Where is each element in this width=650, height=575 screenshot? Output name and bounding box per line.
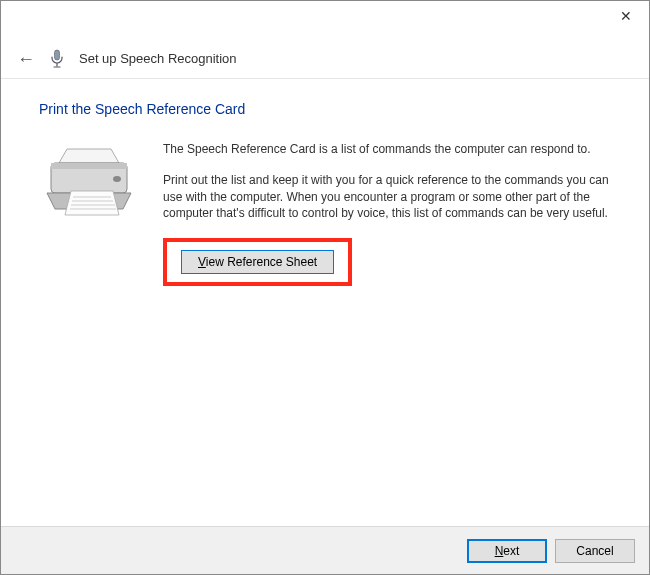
view-reference-sheet-button[interactable]: View Reference Sheet [181, 250, 334, 274]
svg-rect-0 [55, 50, 60, 60]
wizard-header: ← Set up Speech Recognition [1, 39, 649, 79]
close-button[interactable]: ✕ [603, 1, 649, 31]
cancel-button[interactable]: Cancel [555, 539, 635, 563]
highlight-annotation: View Reference Sheet [163, 238, 352, 286]
content-row: The Speech Reference Card is a list of c… [39, 141, 611, 286]
back-button[interactable]: ← [17, 50, 35, 68]
microphone-icon [49, 49, 65, 69]
page-title: Print the Speech Reference Card [39, 101, 611, 117]
paragraph-2: Print out the list and keep it with you … [163, 172, 611, 222]
button-label-rest: iew Reference Sheet [206, 255, 317, 269]
titlebar: ✕ [1, 1, 649, 39]
next-button[interactable]: Next [467, 539, 547, 563]
paragraph-1: The Speech Reference Card is a list of c… [163, 141, 611, 158]
svg-marker-8 [65, 191, 119, 215]
button-label-rest: ext [503, 544, 519, 558]
svg-marker-3 [59, 149, 119, 163]
svg-rect-5 [51, 163, 127, 169]
mnemonic-underline: V [198, 255, 206, 269]
wizard-title: Set up Speech Recognition [79, 51, 237, 66]
content-area: Print the Speech Reference Card The Spee… [1, 79, 649, 286]
svg-point-6 [113, 176, 121, 182]
close-icon: ✕ [620, 8, 632, 24]
printer-icon [39, 141, 139, 226]
wizard-footer: Next Cancel [1, 526, 649, 574]
text-column: The Speech Reference Card is a list of c… [163, 141, 611, 286]
